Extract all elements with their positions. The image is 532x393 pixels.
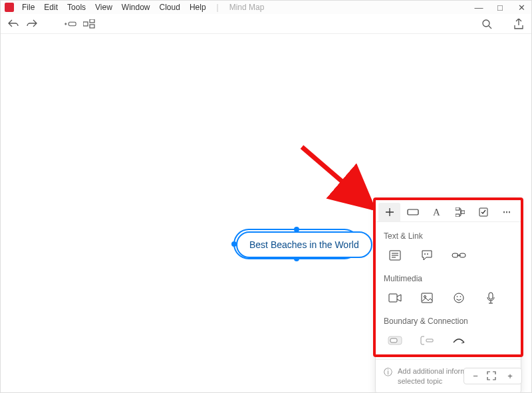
menu-view[interactable]: View (91, 1, 116, 13)
window-controls: — □ ✕ (473, 3, 527, 13)
svg-point-18 (457, 296, 458, 297)
info-icon: ⓘ (384, 366, 392, 378)
tab-more[interactable]: ⋯ (496, 203, 518, 221)
close-button[interactable]: ✕ (515, 3, 527, 13)
menu-cloud[interactable]: Cloud (156, 1, 184, 13)
share-button[interactable] (513, 18, 525, 30)
search-button[interactable] (481, 18, 493, 30)
add-relationship-button[interactable] (450, 332, 467, 348)
section-multimedia-title: Multimedia (384, 274, 513, 283)
central-topic-node[interactable]: Best Beaches in the World (236, 231, 372, 258)
svg-rect-9 (456, 214, 460, 217)
tab-task[interactable] (472, 203, 494, 221)
more-icon: ⋯ (503, 207, 511, 217)
add-topic-icon (65, 20, 76, 28)
plus-icon (385, 207, 394, 217)
add-image-button[interactable] (418, 290, 436, 306)
svg-rect-3 (90, 25, 94, 28)
svg-point-4 (483, 20, 489, 27)
tab-shape[interactable] (402, 203, 424, 221)
app-window: File Edit Tools View Window Cloud Help |… (0, 0, 532, 393)
add-summary-button[interactable] (418, 332, 436, 348)
tab-structure[interactable] (449, 203, 471, 221)
tab-text[interactable]: A (426, 203, 448, 221)
maximize-button[interactable]: □ (494, 3, 506, 13)
redo-icon (27, 19, 37, 29)
toolbar (1, 14, 531, 34)
summary-icon (420, 336, 434, 345)
node-text: Best Beaches in the World (249, 239, 359, 250)
zoom-in-button[interactable]: + (504, 371, 516, 381)
undo-icon (8, 19, 19, 29)
search-icon (481, 19, 492, 29)
fit-icon (487, 371, 496, 380)
svg-point-16 (424, 296, 426, 298)
layout-button[interactable] (83, 18, 95, 30)
menu-help[interactable]: Help (186, 1, 210, 13)
svg-rect-23 (426, 339, 433, 342)
section-text-link-title: Text & Link (384, 231, 513, 241)
add-emoji-button[interactable] (450, 290, 467, 306)
svg-rect-7 (456, 207, 460, 210)
add-video-button[interactable] (386, 290, 404, 306)
document-title: Mind Map (225, 1, 269, 13)
boundary-icon (388, 336, 402, 345)
menu-edit[interactable]: Edit (40, 1, 62, 13)
menu-file[interactable]: File (18, 1, 39, 13)
layout-icon (83, 19, 95, 29)
undo-button[interactable] (7, 18, 19, 30)
comment-icon (421, 250, 433, 261)
svg-rect-2 (90, 19, 94, 23)
share-icon (514, 19, 523, 29)
structure-icon (456, 207, 465, 217)
add-note-button[interactable] (386, 247, 404, 263)
relationship-icon (452, 337, 466, 344)
checkbox-icon (479, 207, 488, 217)
add-link-button[interactable] (450, 247, 467, 263)
svg-rect-20 (489, 293, 493, 299)
panel-tabs: A ⋯ (376, 199, 521, 222)
app-logo-icon (5, 3, 14, 12)
mindmap-canvas[interactable]: Best Beaches in the World A (1, 34, 531, 392)
svg-line-5 (302, 147, 373, 208)
image-icon (421, 293, 433, 303)
add-comment-button[interactable] (418, 247, 436, 263)
redo-button[interactable] (26, 18, 38, 30)
minimize-button[interactable]: — (473, 3, 485, 13)
tab-add[interactable] (378, 203, 400, 221)
shape-icon (407, 209, 419, 215)
add-audio-button[interactable] (482, 290, 499, 306)
svg-rect-0 (68, 22, 76, 25)
microphone-icon (487, 292, 495, 304)
svg-rect-14 (389, 294, 397, 302)
section-boundary-title: Boundary & Connection (384, 317, 513, 326)
menu-divider: | (213, 1, 223, 13)
titlebar: File Edit Tools View Window Cloud Help |… (1, 1, 531, 14)
menu-window[interactable]: Window (118, 1, 154, 13)
menubar: File Edit Tools View Window Cloud Help |… (18, 1, 268, 13)
svg-point-19 (460, 296, 462, 297)
zoom-controls: − + (464, 368, 522, 384)
svg-rect-1 (83, 22, 88, 26)
add-topic-button[interactable] (65, 18, 76, 30)
svg-rect-15 (422, 293, 432, 303)
svg-rect-8 (461, 211, 465, 213)
svg-point-17 (454, 293, 464, 303)
note-icon (389, 250, 401, 261)
svg-rect-22 (390, 338, 397, 342)
zoom-out-button[interactable]: − (469, 371, 481, 381)
video-icon (388, 293, 402, 303)
zoom-fit-button[interactable] (487, 371, 499, 381)
add-boundary-button[interactable] (386, 332, 404, 348)
emoji-icon (454, 293, 464, 303)
text-style-icon: A (433, 207, 440, 218)
menu-tools[interactable]: Tools (63, 1, 90, 13)
link-icon (452, 252, 466, 259)
svg-rect-6 (408, 209, 418, 215)
properties-panel: A ⋯ Text & Link (375, 198, 521, 393)
panel-body: Text & Link Multimedia (376, 222, 521, 359)
